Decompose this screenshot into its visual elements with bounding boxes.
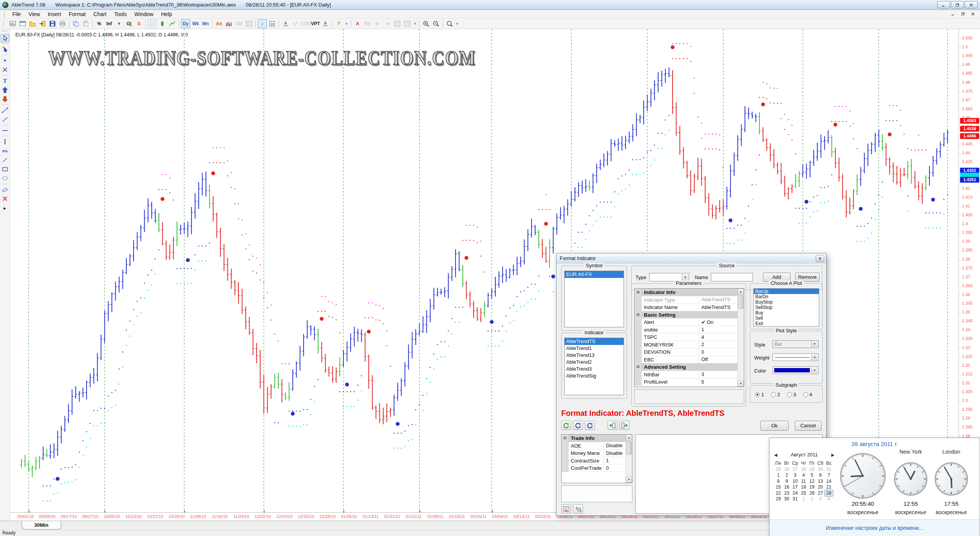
list-item[interactable]: EUR A0-FX (565, 271, 624, 278)
annotation-cursor-icon[interactable] (1, 45, 9, 54)
analysis-icon[interactable]: An (214, 19, 224, 28)
info-icon[interactable]: Inf (105, 19, 114, 28)
annotate-icon[interactable]: A (353, 19, 362, 28)
calendar-day[interactable]: 30 (782, 496, 791, 502)
calendar-day[interactable]: 12 (808, 478, 816, 484)
grid-row[interactable]: Alert✔ On (635, 319, 737, 326)
menu-insert[interactable]: Insert (44, 10, 65, 18)
style-dropdown[interactable]: Bar▼ (773, 340, 818, 348)
calendar-day[interactable]: 25 (774, 466, 782, 472)
calendar-day[interactable]: 31 (791, 496, 799, 502)
calendar-next-icon[interactable]: ▶ (831, 453, 835, 458)
expand-icon[interactable]: ▸ (1, 204, 9, 212)
calendar-day[interactable]: 8 (774, 478, 782, 484)
chevron-down-icon[interactable]: ▼ (682, 274, 688, 281)
list-item[interactable]: BarDn (754, 294, 819, 299)
calendar-day[interactable]: 30 (816, 466, 825, 472)
calendar-day[interactable]: 11 (799, 478, 808, 484)
calendar-day[interactable]: 6 (816, 472, 825, 479)
grid-row[interactable]: NthBar3 (635, 371, 737, 379)
delete-object-icon[interactable] (1, 65, 9, 74)
page-list-icon[interactable] (393, 19, 402, 28)
signal-icon[interactable]: S (134, 19, 144, 28)
calendar-day[interactable]: 1 (799, 496, 808, 502)
menu-view[interactable]: View (25, 10, 44, 18)
grid-row[interactable]: ⊟Advanced Setting (635, 363, 737, 371)
chart-window-icon[interactable] (8, 19, 17, 28)
subgraph-radio-4[interactable]: 4 (803, 392, 812, 397)
scrollbar[interactable]: ▲▼ (737, 289, 744, 387)
list-item[interactable]: BarUp (754, 289, 819, 294)
quote-list-icon[interactable] (244, 19, 253, 28)
calendar-day[interactable]: 27 (816, 490, 825, 496)
symbol-listbox[interactable]: EUR A0-FX (564, 271, 624, 327)
calendar-day[interactable]: 13 (816, 478, 825, 484)
grid-row[interactable]: Indicator TypeAbleTrendTS (635, 296, 737, 304)
download-data-icon[interactable] (281, 19, 290, 28)
grid-row-value[interactable]: 1 (699, 326, 737, 333)
calendar-day[interactable]: 3 (791, 472, 799, 479)
open-icon[interactable] (28, 19, 37, 28)
grid-row-value[interactable]: 0 (604, 464, 626, 472)
segment-icon[interactable] (1, 156, 9, 164)
text-tool-icon[interactable]: T (1, 77, 9, 85)
calendar-day[interactable]: 21 (825, 484, 833, 490)
change-date-time-link[interactable]: Изменение настроек даты и времени... (826, 525, 923, 531)
import-icon[interactable] (38, 19, 47, 28)
grid-row-value[interactable]: Off (699, 356, 737, 363)
calendar-day[interactable]: 14 (825, 478, 833, 484)
grid-row[interactable]: Money ManaDisable (562, 449, 626, 457)
minimize-icon[interactable] (937, 1, 950, 8)
wave-icon[interactable] (291, 19, 300, 28)
report-icon[interactable]: m (561, 504, 571, 513)
save-icon[interactable] (48, 19, 57, 28)
calendar-day[interactable]: 7 (825, 472, 833, 479)
rectangle-icon[interactable] (1, 165, 9, 173)
overflow-chevron-icon[interactable]: ▾ (413, 19, 417, 28)
order-panel-icon[interactable]: H (268, 19, 277, 28)
sound-alert-icon[interactable]: ♪ (258, 19, 267, 28)
grid-row-value[interactable]: 3 (699, 371, 737, 378)
list-item[interactable]: Sell (754, 315, 819, 321)
bar-chart-type-icon[interactable] (148, 19, 157, 28)
zoom-out-icon[interactable] (431, 19, 441, 28)
indicator-listbox[interactable]: AbleTrendTSAbleTrend1AbleTrend13AbleTren… (564, 338, 624, 395)
child-restore-icon[interactable] (959, 10, 967, 17)
menu-window[interactable]: Window (131, 10, 157, 18)
grid-row-value[interactable]: Disable (604, 442, 626, 449)
calendar-day[interactable]: 26 (782, 466, 791, 472)
up-arrow-tool-icon[interactable] (1, 86, 9, 94)
forward-icon[interactable] (383, 19, 392, 28)
eraser-icon[interactable] (1, 185, 9, 194)
list-item[interactable]: SellStop (754, 305, 819, 310)
apply-back-icon[interactable] (608, 421, 617, 430)
calendar-day[interactable]: 9 (782, 478, 791, 484)
line-chart-type-icon[interactable] (168, 19, 177, 28)
list-item[interactable]: AbleTrend13 (565, 352, 624, 359)
list-item[interactable]: AbleTrendSig (565, 373, 624, 379)
calendar-day[interactable]: 18 (799, 484, 808, 490)
list-item[interactable]: BuyStop (754, 299, 819, 305)
grid-row-value[interactable]: AbleTrendTS (699, 304, 737, 311)
child-close-icon[interactable] (969, 10, 977, 17)
grid-row[interactable]: ProfitLevel5 (635, 378, 737, 386)
vpt-icon[interactable]: VPT (311, 19, 320, 28)
overflow-chevron-icon[interactable]: ▾ (344, 19, 349, 28)
refresh-green-icon[interactable] (561, 421, 571, 430)
delete-all-icon[interactable] (1, 194, 9, 203)
grid-row[interactable]: DEVIATION0 (635, 348, 737, 356)
guide-icon[interactable]: G| (124, 19, 134, 28)
trade-info-grid[interactable]: ⊟Trade InfoAOEDisableMoney ManaDisableCo… (561, 434, 632, 483)
list-item[interactable]: AbleTrend3 (565, 366, 624, 373)
color-dropdown[interactable]: ▼ (773, 366, 818, 374)
subgraph-radio-2[interactable]: 2 (771, 392, 780, 397)
calendar-day[interactable]: 28 (799, 466, 808, 472)
calendar-day[interactable]: 2 (782, 472, 791, 479)
restore-icon[interactable] (951, 1, 964, 8)
grid-row-value[interactable]: 2 (699, 341, 737, 348)
trendline-icon[interactable] (1, 115, 9, 124)
calendar-day[interactable]: 28 (825, 490, 833, 496)
cancel-button[interactable]: Cancel (795, 421, 822, 431)
child-minimize-icon[interactable] (949, 10, 957, 17)
back-icon[interactable] (373, 19, 382, 28)
